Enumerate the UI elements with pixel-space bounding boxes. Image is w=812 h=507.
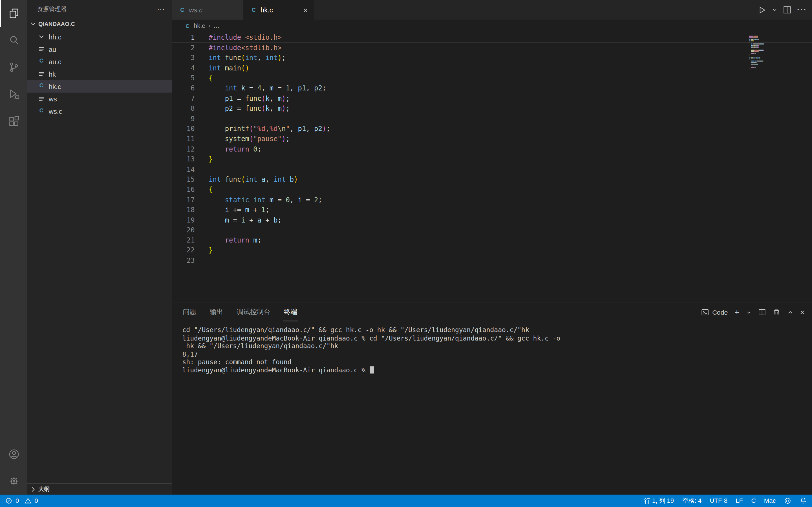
- account-icon: [8, 448, 20, 460]
- files-icon: [8, 7, 20, 20]
- status-indentation[interactable]: 空格: 4: [682, 496, 702, 505]
- code-line-17[interactable]: 17 static int m = 0, i = 2;: [172, 195, 812, 205]
- file-tree-item-hk.c[interactable]: Chk.c: [27, 80, 172, 93]
- code-line-11[interactable]: 11 system("pause");: [172, 134, 812, 144]
- file-name: ws: [49, 95, 57, 103]
- editor-tab-hk.c[interactable]: Chk.c×: [243, 0, 315, 20]
- warning-count: 0: [35, 497, 38, 504]
- terminal-line: liudengyan@liudengyandeMacBook-Air qiand…: [183, 366, 812, 374]
- line-content: system("pause");: [209, 134, 290, 144]
- code-line-1[interactable]: 1#include <stdio.h>: [172, 33, 812, 43]
- panel-tab-debug-console[interactable]: 调试控制台: [236, 303, 271, 321]
- panel-tab-problems[interactable]: 问题: [183, 303, 197, 321]
- code-line-15[interactable]: 15int func(int a, int b): [172, 175, 812, 185]
- breadcrumb-file[interactable]: hk.c: [194, 22, 205, 30]
- status-eol[interactable]: LF: [735, 497, 743, 504]
- code-line-14[interactable]: 14: [172, 165, 812, 175]
- panel-tab-output[interactable]: 输出: [209, 303, 223, 321]
- file-tree-item-hh.c[interactable]: hh.c: [27, 31, 172, 43]
- status-encoding[interactable]: UTF-8: [710, 497, 727, 504]
- file-tree-item-au.c[interactable]: Cau.c: [27, 55, 172, 68]
- minimap-line: [749, 42, 804, 43]
- activity-source-control[interactable]: [0, 54, 27, 81]
- status-language-mode[interactable]: C: [751, 497, 756, 504]
- search-icon: [8, 34, 20, 47]
- code-line-9[interactable]: 9: [172, 114, 812, 124]
- terminal-output[interactable]: cd "/Users/liudengyan/qiandaao.c/" && gc…: [172, 321, 812, 495]
- file-name: ws.c: [49, 107, 62, 115]
- new-terminal-button[interactable]: +: [734, 308, 739, 316]
- kill-terminal-button[interactable]: [772, 308, 780, 316]
- code-line-16[interactable]: 16{: [172, 185, 812, 195]
- file-tree-item-hk[interactable]: hk: [27, 68, 172, 80]
- terminal-profile-button[interactable]: Code: [702, 308, 728, 316]
- status-cursor-position[interactable]: 行 1, 列 19: [644, 496, 674, 505]
- launch-profile-chevron-icon[interactable]: [746, 309, 751, 315]
- file-tree-item-ws.c[interactable]: Cws.c: [27, 105, 172, 117]
- c-file-icon: C: [37, 107, 45, 115]
- activity-settings[interactable]: [0, 467, 27, 495]
- activity-explorer[interactable]: [0, 0, 27, 27]
- line-number: 6: [172, 83, 195, 94]
- code-line-20[interactable]: 20: [172, 225, 812, 235]
- bell-icon[interactable]: [800, 497, 807, 504]
- close-icon[interactable]: ×: [301, 5, 310, 14]
- code-line-10[interactable]: 10 printf("%d,%d\n", p1, p2);: [172, 124, 812, 134]
- file-tree-item-au[interactable]: au: [27, 43, 172, 55]
- line-number: 11: [172, 134, 195, 144]
- activity-run-and-debug[interactable]: [0, 81, 27, 108]
- breadcrumb[interactable]: C hk.c › …: [172, 20, 812, 32]
- code-line-8[interactable]: 8 p2 = func(k, m);: [172, 104, 812, 114]
- terminal-line: 8,17: [183, 350, 812, 358]
- code-line-4[interactable]: 4int main(): [172, 63, 812, 73]
- split-editor-button[interactable]: [783, 6, 791, 14]
- minimap-line: [749, 39, 804, 40]
- editor-tab-ws.c[interactable]: Cws.c: [172, 0, 243, 20]
- code-line-19[interactable]: 19 m = i + a + b;: [172, 215, 812, 225]
- outline-section-header[interactable]: 大纲: [27, 483, 172, 495]
- status-keymap[interactable]: Mac: [764, 497, 776, 504]
- code-editor[interactable]: 1#include <stdio.h>2#include<stdlib.h>3i…: [172, 32, 812, 303]
- split-terminal-button[interactable]: [758, 308, 766, 316]
- file-name: au.c: [49, 58, 61, 66]
- more-actions-icon[interactable]: ···: [157, 5, 165, 13]
- minimap[interactable]: [748, 32, 805, 71]
- problems-status[interactable]: 0 0: [5, 497, 40, 504]
- activity-account[interactable]: [0, 441, 27, 468]
- minimap-line: [749, 40, 804, 41]
- activity-search[interactable]: [0, 27, 27, 54]
- status-bar: 0 0 行 1, 列 19空格: 4UTF-8LFCMac: [0, 495, 812, 507]
- code-line-5[interactable]: 5{: [172, 73, 812, 83]
- panel-tab-terminal[interactable]: 终端: [283, 303, 298, 321]
- code-line-12[interactable]: 12 return 0;: [172, 144, 812, 154]
- folder-section-header[interactable]: QIANDAAO.C: [27, 18, 172, 29]
- file-tree-item-ws[interactable]: ws: [27, 93, 172, 105]
- code-line-2[interactable]: 2#include<stdlib.h>: [172, 43, 812, 53]
- line-content: {: [209, 185, 213, 195]
- code-line-3[interactable]: 3int func(int, int);: [172, 53, 812, 63]
- outline-label: 大纲: [38, 485, 50, 493]
- activity-extensions[interactable]: [0, 108, 27, 135]
- run-dropdown-chevron-icon[interactable]: [772, 7, 777, 12]
- sidebar-explorer: 资源管理器 ··· QIANDAAO.C hh.cauCau.chkChk.cw…: [27, 0, 172, 495]
- code-line-13[interactable]: 13}: [172, 154, 812, 165]
- line-number: 8: [172, 104, 195, 114]
- line-content: return 0;: [209, 144, 261, 154]
- code-line-21[interactable]: 21 return m;: [172, 235, 812, 245]
- more-actions-icon[interactable]: ···: [797, 5, 807, 14]
- maximize-panel-chevron-icon[interactable]: [787, 309, 793, 315]
- code-line-18[interactable]: 18 i += m + 1;: [172, 205, 812, 215]
- file-icon: [37, 95, 45, 103]
- breadcrumb-symbol[interactable]: …: [213, 22, 220, 30]
- code-line-22[interactable]: 22}: [172, 245, 812, 256]
- sidebar-header: 资源管理器 ···: [27, 0, 172, 18]
- line-number: 15: [172, 175, 195, 185]
- code-line-7[interactable]: 7 p1 = func(k, m);: [172, 94, 812, 104]
- code-line-23[interactable]: 23: [172, 256, 812, 266]
- run-button[interactable]: [758, 5, 766, 14]
- code-line-6[interactable]: 6 int k = 4, m = 1, p1, p2;: [172, 83, 812, 94]
- close-panel-button[interactable]: ×: [800, 308, 805, 316]
- file-name: hk.c: [49, 82, 61, 91]
- minimap-line: [749, 45, 804, 46]
- feedback-icon[interactable]: [784, 497, 792, 504]
